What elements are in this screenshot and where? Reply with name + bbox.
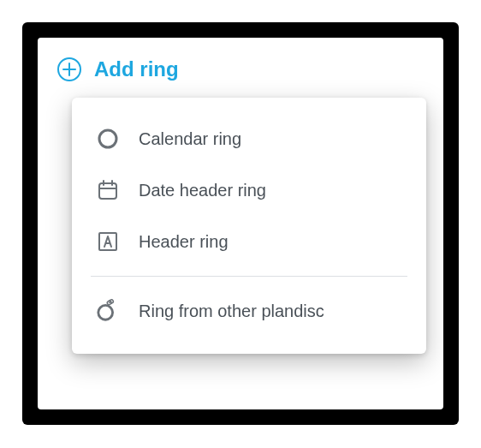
screenshot-frame: Add ring Calendar ring (22, 22, 459, 425)
ring-link-icon (96, 299, 120, 323)
menu-item-label: Date header ring (139, 181, 266, 200)
letter-a-box-icon (96, 230, 120, 254)
menu-item-header-ring[interactable]: Header ring (72, 216, 426, 267)
menu-item-ring-from-other-plandisc[interactable]: Ring from other plandisc (72, 285, 426, 337)
calendar-icon (96, 178, 120, 202)
svg-point-3 (99, 130, 116, 147)
menu-item-label: Ring from other plandisc (139, 302, 324, 321)
menu-item-label: Calendar ring (139, 129, 241, 149)
menu-divider (91, 276, 407, 277)
menu-item-label: Header ring (139, 232, 229, 252)
add-ring-panel: Add ring Calendar ring (38, 38, 443, 409)
plus-circle-icon (56, 57, 82, 82)
add-ring-button[interactable]: Add ring (38, 51, 443, 98)
svg-rect-4 (99, 183, 116, 199)
ring-circle-icon (96, 127, 120, 151)
ring-type-dropdown: Calendar ring Date header ring (72, 98, 426, 354)
menu-item-calendar-ring[interactable]: Calendar ring (72, 113, 426, 164)
add-ring-label: Add ring (94, 57, 179, 81)
menu-item-date-header-ring[interactable]: Date header ring (72, 164, 426, 216)
svg-point-9 (98, 305, 113, 320)
